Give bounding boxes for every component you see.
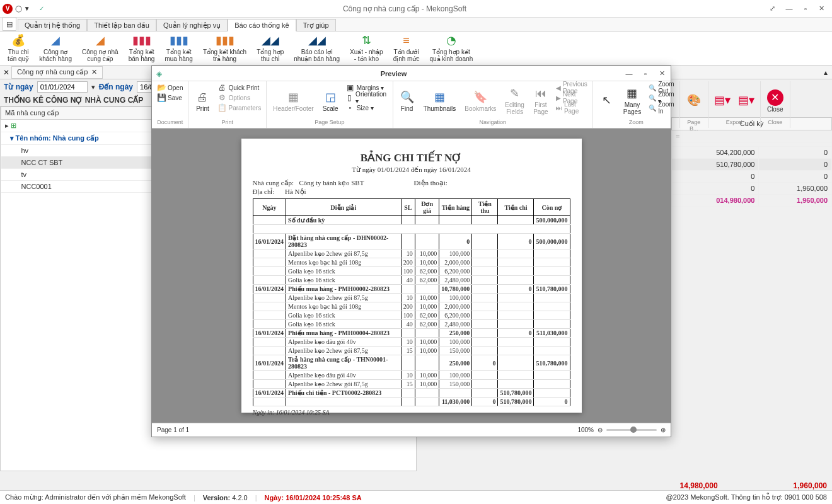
report-page: BẢNG CHI TIẾT NỢ Từ ngày 01/01/2024 đến … bbox=[241, 139, 582, 413]
menu-tab-bar: ▤ Quản trị hệ thốngThiết lập ban đầuQuản… bbox=[0, 18, 832, 32]
menu-tab-4[interactable]: Trợ giúp bbox=[296, 19, 336, 32]
last-page-button: ⏭Last Page bbox=[553, 103, 590, 113]
zoom-in-button[interactable]: 🔍Zoom In bbox=[646, 103, 677, 113]
first-page-button: ⏮First Page bbox=[529, 83, 552, 119]
editing-fields-button: ✎Editing Fields bbox=[501, 83, 528, 119]
zoom-minus[interactable]: ⊖ bbox=[598, 427, 603, 433]
export-pdf-button[interactable]: ▤▾ bbox=[711, 83, 734, 119]
preview-app-icon: ◈ bbox=[152, 67, 166, 81]
ribbon-btn-4[interactable]: ▮▮▮Tổng kếtmua hàng bbox=[159, 33, 197, 64]
preview-maximize-button[interactable]: ▫ bbox=[638, 67, 653, 80]
preview-title-bar: ◈ Preview — ▫ ✕ bbox=[152, 66, 671, 81]
print-options-button: ⚙Options bbox=[215, 93, 263, 103]
preview-close-ribbon[interactable]: ✕Close bbox=[763, 83, 787, 119]
ribbon-min-icon[interactable]: ⤢ bbox=[765, 3, 780, 15]
zoom-percent: 100% bbox=[577, 427, 594, 433]
preview-minimize-button[interactable]: — bbox=[621, 67, 637, 80]
welcome-text: Chào mừng: Administrator đến với phần mề… bbox=[5, 493, 186, 501]
pointer-button[interactable]: ↖ bbox=[596, 83, 618, 119]
quick-print-button[interactable]: 🖨Quick Print bbox=[215, 83, 263, 93]
from-date-dropdown-icon[interactable]: ▾ bbox=[91, 83, 95, 91]
close-button[interactable]: ✕ bbox=[814, 3, 829, 15]
file-tab-icon[interactable]: ▤ bbox=[3, 17, 16, 31]
header-footer-button: ▦Header/Footer bbox=[269, 83, 317, 119]
tabs-chevron-icon[interactable]: ▴ bbox=[821, 68, 831, 77]
close-all-tabs[interactable]: ✕ bbox=[1, 68, 11, 77]
page-indicator: Page 1 of 1 bbox=[157, 427, 189, 433]
ribbon-btn-1[interactable]: ◢Công nợkhách hàng bbox=[34, 33, 77, 64]
right-row[interactable]: 01,960,000 bbox=[672, 183, 832, 195]
ribbon-btn-8[interactable]: ⇅Xuất - nhập- tồn kho bbox=[345, 33, 388, 64]
ribbon-btn-6[interactable]: ◢◢Tổng hợpthu chi bbox=[251, 33, 289, 64]
maximize-button[interactable]: ▫ bbox=[798, 3, 813, 15]
orientation-button[interactable]: ▯Orientation ▾ bbox=[344, 93, 390, 103]
open-button[interactable]: 📂Open bbox=[154, 83, 185, 93]
preview-ribbon: 📂Open 💾Save Document 🖨Print 🖨Quick Print… bbox=[152, 81, 671, 129]
print-button[interactable]: 🖨Print bbox=[191, 83, 214, 119]
ribbon-btn-0[interactable]: 💰Thu chitồn quỹ bbox=[3, 33, 34, 64]
copyright: @2023 MekongSoft. Thông tin hỗ trợ: 0901… bbox=[666, 493, 827, 501]
status-bar: Chào mừng: Administrator đến với phần mề… bbox=[0, 490, 832, 504]
from-date-input[interactable] bbox=[37, 81, 88, 93]
title-bar: V ◯ ▼ ✓ Công nợ nhà cung cấp - MekongSof… bbox=[0, 0, 832, 18]
preview-canvas[interactable]: BẢNG CHI TIẾT NỢ Từ ngày 01/01/2024 đến … bbox=[152, 129, 671, 423]
print-date: Ngày in: 16/01/2024 10:25 SA bbox=[253, 409, 570, 416]
preview-window: ◈ Preview — ▫ ✕ 📂Open 💾Save Document 🖨Pr… bbox=[151, 66, 671, 437]
close-tab-icon[interactable]: ✕ bbox=[91, 68, 97, 76]
menu-tab-3[interactable]: Báo cáo thống kê bbox=[228, 19, 296, 32]
ribbon-btn-5[interactable]: ▮▮▮Tổng kết kháchtrả hàng bbox=[198, 33, 251, 64]
to-date-label: Đến ngày bbox=[99, 83, 133, 91]
right-row[interactable]: 510,780,0000 bbox=[672, 159, 832, 171]
app-icon: V bbox=[3, 4, 13, 14]
menu-tab-0[interactable]: Quản trị hệ thống bbox=[18, 19, 87, 32]
menu-tab-1[interactable]: Thiết lập ban đầu bbox=[87, 19, 156, 32]
ribbon-btn-10[interactable]: ◔Tổng hợp kếtquả kinh doanh bbox=[424, 33, 478, 64]
from-date-label: Từ ngày bbox=[4, 83, 33, 91]
ribbon-btn-3[interactable]: ▮▮▮Tổng kếtbán hàng bbox=[124, 33, 160, 64]
page-title: BẢNG CHI TIẾT NỢ bbox=[253, 151, 570, 164]
ribbon-btn-9[interactable]: ≡Tồn dướiđịnh mức bbox=[388, 33, 425, 64]
page-bg-button[interactable]: 🎨 bbox=[683, 83, 705, 119]
preview-close-button[interactable]: ✕ bbox=[654, 67, 669, 80]
doc-tab-suppliers-debt[interactable]: Công nợ nhà cung cấp ✕ bbox=[11, 66, 103, 79]
page-subtitle: Từ ngày 01/01/2024 đến ngày 16/01/2024 bbox=[253, 166, 570, 174]
zoom-plus[interactable]: ⊕ bbox=[661, 427, 666, 433]
zoom-slider[interactable] bbox=[606, 429, 657, 431]
menu-tab-2[interactable]: Quản lý nghiệp vụ bbox=[156, 19, 228, 32]
right-row[interactable]: 00 bbox=[672, 171, 832, 183]
group-header[interactable]: Tên nhóm: Nhà cung cấp bbox=[16, 134, 99, 142]
ribbon-btn-7[interactable]: ◢◢Báo cáo lợinhuận bán hàng bbox=[289, 33, 345, 64]
find-button[interactable]: 🔍Find bbox=[396, 83, 419, 119]
preview-title: Preview bbox=[166, 70, 621, 77]
save-button[interactable]: 💾Save bbox=[154, 93, 185, 103]
right-row[interactable]: 504,200,0000 bbox=[672, 147, 832, 159]
qa-toolbar: ◯ ▼ ✓ bbox=[15, 5, 44, 12]
ribbon-btn-2[interactable]: ◢Công nợ nhàcung cấp bbox=[77, 33, 124, 64]
size-button[interactable]: ▫Size ▾ bbox=[344, 103, 390, 113]
scale-button[interactable]: ◲Scale bbox=[319, 83, 342, 119]
many-pages-button[interactable]: ▦Many Pages bbox=[620, 83, 645, 119]
footer-totals: 14,980,000 1,960,000 bbox=[680, 481, 827, 490]
parameters-button: 📋Parameters bbox=[215, 103, 263, 113]
window-title: Công nợ nhà cung cấp - MekongSoft bbox=[343, 4, 466, 13]
minimize-button[interactable]: — bbox=[782, 3, 797, 15]
export-send-button[interactable]: ▤▾ bbox=[735, 83, 758, 119]
ribbon: 💰Thu chitồn quỹ◢Công nợkhách hàng◢Công n… bbox=[0, 32, 832, 66]
preview-status-bar: Page 1 of 1 100% ⊖ ⊕ bbox=[152, 423, 671, 437]
bookmarks-button: 🔖Bookmarks bbox=[461, 83, 500, 119]
thumbnails-button[interactable]: ▦Thumbnails bbox=[420, 83, 460, 119]
